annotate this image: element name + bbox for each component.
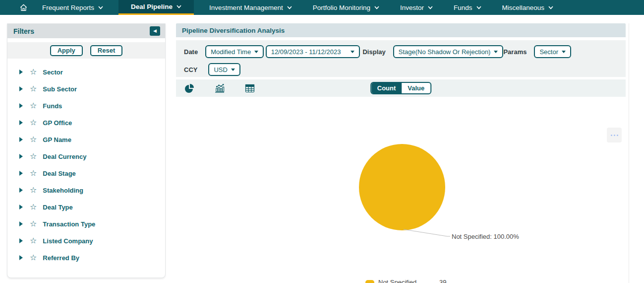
ccy-dropdown[interactable]: USD [208,63,240,76]
star-icon[interactable]: ☆ [30,68,37,76]
ellipsis-icon [614,135,615,136]
chevron-down-icon [428,6,433,9]
bar-chart-view-button[interactable] [215,83,225,93]
legend-swatch[interactable] [365,280,374,283]
reset-button[interactable]: Reset [90,45,122,56]
nav-item-label: Investment Management [209,4,283,11]
filter-item-deal-currency[interactable]: ☆ Deal Currency [7,148,165,165]
expand-arrow-icon[interactable] [19,188,23,193]
filter-item-sub-sector[interactable]: ☆ Sub Sector [7,80,165,97]
legend-item-not-specified: Not Specified 39 [365,279,446,283]
filter-list: ☆ Sector ☆ Sub Sector ☆ Funds ☆ GP Offic… [7,59,165,266]
star-icon[interactable]: ☆ [30,102,37,110]
ccy-label: CCY [184,66,197,73]
params-value: Sector [539,48,558,56]
nav-item-funds[interactable]: Funds [446,0,489,15]
dropdown-arrow-icon [494,51,498,53]
count-toggle-button[interactable]: Count [371,83,402,93]
report-controls: Date Modified Time 12/09/2023 - 11/12/20… [176,40,626,77]
legend-label: Not Specified [378,279,428,283]
ellipsis-icon [611,135,612,136]
expand-arrow-icon[interactable] [19,238,23,243]
table-icon [245,83,255,93]
filter-item-listed-company[interactable]: ☆ Listed Company [7,232,165,249]
nav-item-investment-management[interactable]: Investment Management [202,0,299,15]
filters-panel: Filters ◀ Apply Reset ☆ Sector ☆ Sub Sec… [7,23,166,278]
nav-item-label: Funds [454,4,472,11]
filter-item-referred-by[interactable]: ☆ Referred By [7,249,165,266]
date-range-dropdown[interactable]: 12/09/2023 - 11/12/2023 [266,45,360,58]
date-range-value: 12/09/2023 - 11/12/2023 [271,48,341,56]
filter-item-funds[interactable]: ☆ Funds [7,97,165,114]
pie-chart-area: Not Specified: 100.00% Not Specified 39 [176,97,626,283]
filter-item-label: Sub Sector [43,85,77,93]
value-toggle-button[interactable]: Value [402,83,430,93]
filter-item-gp-office[interactable]: ☆ GP Office [7,114,165,131]
pie-slice-not-specified[interactable] [359,144,445,230]
star-icon[interactable]: ☆ [30,186,37,194]
star-icon[interactable]: ☆ [30,169,37,177]
nav-item-investor[interactable]: Investor [393,0,440,15]
expand-arrow-icon[interactable] [19,154,23,159]
ccy-value: USD [214,66,227,73]
collapse-panel-button[interactable]: ◀ [150,26,160,36]
expand-arrow-icon[interactable] [19,221,23,226]
display-dropdown[interactable]: Stage(No Shadow Or Rejection) [393,45,504,58]
filter-item-label: Referred By [43,254,79,262]
star-icon[interactable]: ☆ [30,254,37,262]
params-dropdown[interactable]: Sector [534,45,571,58]
report-header: Pipeline Diversification Analysis [176,23,626,37]
date-label: Date [184,48,198,56]
report-title: Pipeline Diversification Analysis [182,27,285,34]
expand-arrow-icon[interactable] [19,205,23,210]
expand-arrow-icon[interactable] [19,120,23,125]
filter-item-deal-type[interactable]: ☆ Deal Type [7,199,165,215]
nav-item-frequent-reports[interactable]: Frequent Reports [35,0,111,15]
home-icon [19,3,28,12]
filter-item-label: GP Office [43,119,72,127]
filter-item-gp-name[interactable]: ☆ GP Name [7,131,165,148]
date-mode-value: Modified Time [211,48,251,56]
expand-arrow-icon[interactable] [19,171,23,176]
ellipsis-icon [617,135,618,136]
star-icon[interactable]: ☆ [30,203,37,211]
apply-button[interactable]: Apply [50,45,83,56]
chevron-down-icon [176,5,181,8]
nav-item-label: Frequent Reports [42,4,94,11]
display-label: Display [362,48,385,56]
collapse-left-icon: ◀ [153,29,157,33]
star-icon[interactable]: ☆ [30,119,37,127]
expand-arrow-icon[interactable] [19,137,23,142]
expand-arrow-icon[interactable] [19,103,23,108]
nav-item-deal-pipeline[interactable]: Deal Pipeline [118,0,194,15]
filter-item-label: Stakeholding [43,187,83,194]
filter-item-label: Deal Stage [43,170,75,177]
nav-item-portfolio-monitoring[interactable]: Portfolio Monitoring [305,0,387,15]
filter-item-label: Deal Type [43,204,72,211]
main-content: Pipeline Diversification Analysis Date M… [176,23,626,283]
expand-arrow-icon[interactable] [19,86,23,91]
filter-item-sector[interactable]: ☆ Sector [7,64,165,80]
expand-arrow-icon[interactable] [19,70,23,74]
table-view-button[interactable] [245,83,255,93]
chevron-down-icon [98,6,103,9]
chevron-down-icon [548,6,553,9]
pie-chart-view-button[interactable] [184,83,194,93]
nav-item-label: Portfolio Monitoring [313,4,370,11]
home-button[interactable] [15,0,32,15]
star-icon[interactable]: ☆ [30,220,37,228]
chart-menu-button[interactable] [607,128,622,142]
date-mode-dropdown[interactable]: Modified Time [205,45,264,58]
expand-arrow-icon[interactable] [19,255,23,260]
star-icon[interactable]: ☆ [30,85,37,93]
filter-item-deal-stage[interactable]: ☆ Deal Stage [7,165,165,182]
star-icon[interactable]: ☆ [30,136,37,143]
chevron-down-icon [476,6,481,9]
nav-item-miscellaneous[interactable]: Miscellaneous [495,0,561,15]
filter-item-stakeholding[interactable]: ☆ Stakeholding [7,182,165,199]
nav-item-label: Deal Pipeline [131,3,173,10]
star-icon[interactable]: ☆ [30,237,37,245]
star-icon[interactable]: ☆ [30,152,37,160]
filter-item-transaction-type[interactable]: ☆ Transaction Type [7,215,165,232]
filter-item-label: Listed Company [43,237,93,245]
